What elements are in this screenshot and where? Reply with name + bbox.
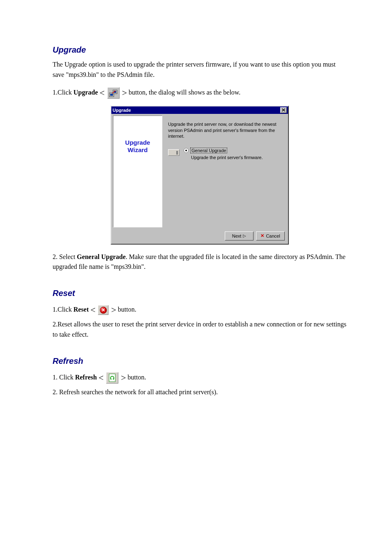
upgrade-toolbar-icon — [107, 87, 120, 99]
reset-step1-suffix: button. — [118, 306, 136, 313]
reset-x-icon: ✕ — [100, 307, 107, 314]
cancel-label: Cancel — [266, 234, 280, 238]
refresh-paper-icon — [109, 374, 115, 382]
next-arrow-icon: ▷ — [243, 234, 246, 238]
upgrade-step2-prefix: 2. Select — [53, 253, 77, 260]
cancel-button[interactable]: ✕ Cancel — [256, 231, 285, 240]
reset-step1-prefix: 1.Click — [53, 306, 74, 313]
option-row: General Upgrade Upgrade the print server… — [168, 148, 282, 160]
radio-label: General Upgrade — [190, 148, 227, 153]
angle-close: > — [122, 88, 127, 98]
reset-heading: Reset — [53, 289, 347, 298]
side-line1: Upgrade — [125, 139, 150, 147]
close-icon — [282, 109, 285, 111]
document-page: Upgrade The Upgrade option is used to up… — [0, 0, 392, 421]
upgrade-step1: 1.Click Upgrade < > button, the dialog w… — [53, 86, 347, 100]
refresh-step1-bold: Refresh — [75, 374, 97, 381]
firmware-chip-icon — [168, 149, 180, 156]
svg-marker-5 — [113, 379, 114, 380]
dialog-titlebar: Upgrade — [111, 106, 288, 114]
refresh-step1: 1. Click Refresh < > button. — [53, 371, 347, 385]
refresh-step1-suffix: button. — [128, 374, 146, 381]
wizard-side-panel: Upgrade Wizard — [113, 116, 162, 227]
angle-open: < — [99, 372, 104, 383]
angle-open: < — [90, 305, 95, 315]
radio-block: General Upgrade Upgrade the print server… — [184, 148, 263, 160]
dialog-desc: Upgrade the print server now, or downloa… — [168, 121, 282, 140]
angle-close: > — [121, 372, 126, 383]
cancel-x-icon: ✕ — [261, 233, 264, 238]
upgrade-dialog: Upgrade Upgrade Wizard Upgrade the print… — [111, 106, 289, 245]
reset-step1: 1.Click Reset < ✕ > button. — [53, 303, 347, 317]
refresh-step2: 2. Refresh searches the network for all … — [53, 387, 347, 398]
svg-rect-1 — [110, 94, 113, 96]
upgrade-step1-prefix: 1.Click — [53, 88, 74, 95]
close-button[interactable] — [280, 107, 287, 113]
upgrade-step1-suffix: button, the dialog will shows as the bel… — [129, 88, 240, 95]
next-label: Next — [232, 234, 242, 238]
dialog-title: Upgrade — [113, 108, 131, 113]
dialog-container: Upgrade Upgrade Wizard Upgrade the print… — [53, 106, 347, 245]
dialog-body: Upgrade Wizard Upgrade the print server … — [111, 114, 288, 229]
reset-toolbar-icon: ✕ — [98, 305, 108, 315]
angle-open: < — [99, 88, 104, 98]
option-desc: Upgrade the print server's firmware. — [191, 155, 263, 160]
upgrade-step1-bold: Upgrade — [74, 88, 98, 95]
reset-step1-bold: Reset — [74, 306, 89, 313]
dialog-button-row: Next ▷ ✕ Cancel — [111, 229, 288, 244]
refresh-step1-prefix: 1. Click — [53, 374, 75, 381]
angle-close: > — [111, 305, 116, 315]
refresh-toolbar-icon — [106, 372, 118, 384]
upgrade-step2: 2. Select General Upgrade. Make sure tha… — [53, 252, 347, 273]
upgrade-intro: The Upgrade option is used to upgrade th… — [53, 60, 347, 80]
upgrade-heading: Upgrade — [53, 45, 347, 55]
side-line2: Wizard — [127, 146, 148, 154]
upgrade-step2-bold: General Upgrade — [77, 253, 126, 260]
refresh-heading: Refresh — [53, 356, 347, 366]
radio-icon — [184, 148, 189, 153]
reset-step2: 2.Reset allows the user to reset the pri… — [53, 319, 347, 340]
next-button[interactable]: Next ▷ — [225, 231, 254, 240]
radio-general-upgrade[interactable]: General Upgrade — [184, 148, 263, 153]
wizard-main-panel: Upgrade the print server now, or downloa… — [162, 116, 286, 227]
